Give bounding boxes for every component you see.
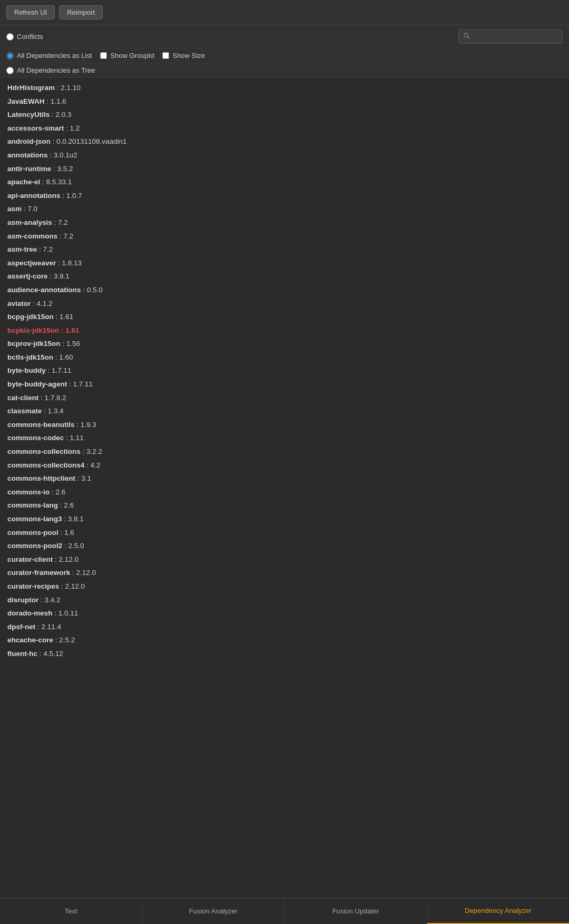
search-input[interactable] bbox=[474, 33, 558, 41]
list-item[interactable]: android-json : 0.0.20131108.vaadin1 bbox=[0, 135, 569, 148]
list-item[interactable]: bcprov-jdk15on : 1.56 bbox=[0, 337, 569, 351]
dep-version: : 3.0.1u2 bbox=[48, 151, 77, 159]
list-item[interactable]: asm-commons : 7.2 bbox=[0, 230, 569, 243]
dep-version: : 1.61 bbox=[54, 313, 74, 321]
list-item[interactable]: dpsf-net : 2.11.4 bbox=[0, 620, 569, 634]
list-item[interactable]: curator-client : 2.12.0 bbox=[0, 553, 569, 567]
list-item[interactable]: accessors-smart : 1.2 bbox=[0, 122, 569, 135]
dep-name: byte-buddy-agent bbox=[7, 380, 67, 388]
all-deps-list-radio[interactable] bbox=[6, 52, 14, 59]
all-deps-tree-radio-label[interactable]: All Dependencies as Tree bbox=[6, 66, 95, 74]
dep-version: : 2.11.4 bbox=[35, 623, 61, 631]
list-item[interactable]: api-annotations : 1.0.7 bbox=[0, 189, 569, 203]
list-item[interactable]: JavaEWAH : 1.1.6 bbox=[0, 95, 569, 108]
list-item[interactable]: commons-beanutils : 1.9.3 bbox=[0, 418, 569, 432]
list-item[interactable]: curator-framework : 2.12.0 bbox=[0, 566, 569, 580]
dependency-list-container: HdrHistogram : 2.1.10JavaEWAH : 1.1.6Lat… bbox=[0, 78, 569, 898]
list-item[interactable]: HdrHistogram : 2.1.10 bbox=[0, 81, 569, 95]
list-item[interactable]: asm : 7.0 bbox=[0, 202, 569, 216]
dep-name: curator-client bbox=[7, 555, 53, 563]
dep-version: : 7.2 bbox=[37, 245, 53, 253]
list-item[interactable]: apache-el : 8.5.33.1 bbox=[0, 175, 569, 189]
list-item[interactable]: antlr-runtime : 3.5.2 bbox=[0, 162, 569, 176]
list-item[interactable]: commons-pool2 : 2.5.0 bbox=[0, 539, 569, 553]
list-item[interactable]: bctls-jdk15on : 1.60 bbox=[0, 351, 569, 364]
all-deps-list-label: All Dependencies as List bbox=[17, 52, 92, 59]
dep-version: : 1.61 bbox=[59, 326, 79, 334]
dep-name: dpsf-net bbox=[7, 623, 35, 631]
dep-name: ehcache-core bbox=[7, 636, 53, 644]
dep-name: bcpg-jdk15on bbox=[7, 313, 54, 321]
dep-version: : 1.7.11 bbox=[67, 380, 93, 388]
tab-item-text[interactable]: Text bbox=[0, 898, 142, 924]
show-groupid-checkbox[interactable] bbox=[100, 52, 107, 59]
conflicts-radio[interactable] bbox=[6, 33, 14, 41]
tab-item-fusion-analyzer[interactable]: Fusion Analyzer bbox=[142, 898, 284, 924]
dep-version: : 1.0.11 bbox=[53, 609, 79, 617]
list-item[interactable]: bcpg-jdk15on : 1.61 bbox=[0, 310, 569, 324]
show-size-checkbox-label[interactable]: Show Size bbox=[162, 52, 204, 59]
dep-version: : 2.12.0 bbox=[70, 569, 96, 577]
list-item[interactable]: cat-client : 1.7.8.2 bbox=[0, 391, 569, 405]
list-item[interactable]: aspectjweaver : 1.8.13 bbox=[0, 256, 569, 270]
dep-name: bcpkix-jdk15on bbox=[7, 326, 59, 334]
tab-bar: TextFusion AnalyzerFusion UpdaterDepende… bbox=[0, 898, 569, 924]
dep-name: fluent-hc bbox=[7, 650, 37, 658]
dep-name: audience-annotations bbox=[7, 286, 81, 294]
dep-version: : 3.8.1 bbox=[62, 515, 84, 523]
tab-item-fusion-updater[interactable]: Fusion Updater bbox=[285, 898, 427, 924]
list-item[interactable]: classmate : 1.3.4 bbox=[0, 404, 569, 418]
list-item[interactable]: asm-tree : 7.2 bbox=[0, 243, 569, 256]
tab-item-dependency-analyzer[interactable]: Dependency Analyzer bbox=[427, 898, 569, 924]
dep-version: : 0.0.20131108.vaadin1 bbox=[51, 137, 127, 145]
list-item[interactable]: byte-buddy-agent : 1.7.11 bbox=[0, 377, 569, 391]
dep-name: HdrHistogram bbox=[7, 84, 55, 92]
svg-line-1 bbox=[468, 37, 470, 39]
show-size-checkbox[interactable] bbox=[162, 52, 169, 59]
dep-name: antlr-runtime bbox=[7, 165, 51, 173]
list-item[interactable]: bcpkix-jdk15on : 1.61 bbox=[0, 324, 569, 337]
all-deps-tree-radio[interactable] bbox=[6, 67, 14, 74]
dep-name: bctls-jdk15on bbox=[7, 353, 53, 361]
list-item[interactable]: commons-collections4 : 4.2 bbox=[0, 459, 569, 472]
dep-name: bcprov-jdk15on bbox=[7, 340, 61, 347]
list-item[interactable]: ehcache-core : 2.5.2 bbox=[0, 633, 569, 647]
conflicts-radio-label[interactable]: Conflicts bbox=[6, 33, 43, 41]
dep-name: commons-collections bbox=[7, 448, 81, 455]
all-deps-list-radio-label[interactable]: All Dependencies as List bbox=[6, 52, 92, 59]
list-item[interactable]: asm-analysis : 7.2 bbox=[0, 216, 569, 230]
dep-version: : 3.4.2 bbox=[38, 596, 60, 604]
list-item[interactable]: commons-codec : 1.11 bbox=[0, 431, 569, 445]
list-item[interactable]: disruptor : 3.4.2 bbox=[0, 593, 569, 607]
dep-version: : 2.12.0 bbox=[59, 582, 85, 590]
dep-name: assertj-core bbox=[7, 272, 48, 280]
dep-name: asm-analysis bbox=[7, 218, 52, 226]
options-row: All Dependencies as List Show GroupId Sh… bbox=[0, 48, 569, 63]
list-item[interactable]: aviator : 4.1.2 bbox=[0, 297, 569, 311]
conflicts-label: Conflicts bbox=[17, 33, 43, 41]
show-groupid-checkbox-label[interactable]: Show GroupId bbox=[100, 52, 154, 59]
list-item[interactable]: byte-buddy : 1.7.11 bbox=[0, 364, 569, 377]
list-item[interactable]: audience-annotations : 0.5.0 bbox=[0, 283, 569, 297]
dep-version: : 4.2 bbox=[84, 461, 100, 469]
list-item[interactable]: curator-recipes : 2.12.0 bbox=[0, 580, 569, 593]
list-item[interactable]: commons-lang3 : 3.8.1 bbox=[0, 512, 569, 526]
dep-version: : 3.2.2 bbox=[81, 448, 102, 455]
list-item[interactable]: assertj-core : 3.9.1 bbox=[0, 270, 569, 283]
list-item[interactable]: commons-io : 2.6 bbox=[0, 485, 569, 499]
reimport-button[interactable]: Reimport bbox=[59, 5, 103, 19]
list-item[interactable]: commons-pool : 1.6 bbox=[0, 526, 569, 540]
dep-version: : 8.5.33.1 bbox=[40, 178, 72, 186]
list-item[interactable]: commons-collections : 3.2.2 bbox=[0, 445, 569, 459]
list-item[interactable]: LatencyUtils : 2.0.3 bbox=[0, 108, 569, 122]
dep-version: : 4.1.2 bbox=[31, 300, 52, 307]
refresh-ui-button[interactable]: Refresh UI bbox=[6, 5, 55, 19]
list-item[interactable]: annotations : 3.0.1u2 bbox=[0, 148, 569, 162]
list-item[interactable]: fluent-hc : 4.5.12 bbox=[0, 647, 569, 661]
list-item[interactable]: commons-httpclient : 3.1 bbox=[0, 472, 569, 485]
dep-version: : 2.6 bbox=[50, 488, 65, 496]
dep-version: : 2.0.3 bbox=[50, 111, 71, 118]
list-item[interactable]: dorado-mesh : 1.0.11 bbox=[0, 607, 569, 620]
list-item[interactable]: commons-lang : 2.6 bbox=[0, 499, 569, 512]
dep-name: aviator bbox=[7, 300, 31, 307]
